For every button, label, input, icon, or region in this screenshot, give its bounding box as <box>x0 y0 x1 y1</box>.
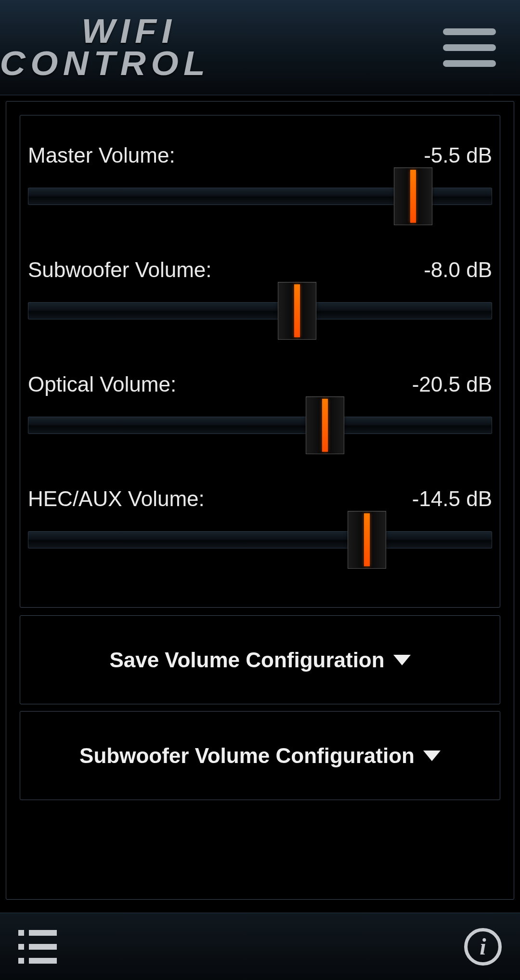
app-title-line1: WIFI <box>0 15 176 48</box>
subwoofer-volume-thumb[interactable] <box>278 282 316 340</box>
hecaux-volume-slider[interactable] <box>28 525 492 554</box>
subwoofer-volume-label: Subwoofer Volume: <box>28 258 212 282</box>
hecaux-volume-thumb[interactable] <box>348 511 386 569</box>
app-title-line2: CONTROL <box>0 48 210 80</box>
save-volume-config-button[interactable]: Save Volume Configuration <box>20 615 500 704</box>
master-volume-label: Master Volume: <box>28 143 175 167</box>
app-title: WIFI CONTROL <box>0 15 205 79</box>
master-volume-value: -5.5 dB <box>424 143 492 167</box>
master-volume-group: Master Volume: -5.5 dB <box>28 130 492 244</box>
content-area: Master Volume: -5.5 dB Subwoofer Volume:… <box>0 95 520 905</box>
subwoofer-volume-value: -8.0 dB <box>424 258 492 282</box>
chevron-down-icon <box>423 751 441 761</box>
list-icon[interactable] <box>18 930 57 964</box>
subwoofer-volume-group: Subwoofer Volume: -8.0 dB <box>28 244 492 359</box>
app-header: WIFI CONTROL <box>0 0 520 95</box>
subwoofer-volume-config-label: Subwoofer Volume Configuration <box>79 744 415 768</box>
master-volume-slider[interactable] <box>28 182 492 211</box>
main-panel: Master Volume: -5.5 dB Subwoofer Volume:… <box>6 101 514 900</box>
volume-sliders-box: Master Volume: -5.5 dB Subwoofer Volume:… <box>20 115 500 608</box>
optical-volume-value: -20.5 dB <box>412 372 492 396</box>
save-volume-config-label: Save Volume Configuration <box>109 648 384 672</box>
app-footer: i <box>0 913 520 980</box>
info-icon[interactable]: i <box>464 928 502 966</box>
optical-volume-thumb[interactable] <box>306 396 344 454</box>
info-glyph: i <box>480 935 486 958</box>
chevron-down-icon <box>393 655 411 665</box>
subwoofer-volume-config-button[interactable]: Subwoofer Volume Configuration <box>20 711 500 800</box>
optical-volume-slider[interactable] <box>28 411 492 440</box>
master-volume-thumb[interactable] <box>394 167 432 225</box>
hecaux-volume-label: HEC/AUX Volume: <box>28 487 205 511</box>
optical-volume-group: Optical Volume: -20.5 dB <box>28 359 492 473</box>
menu-icon[interactable] <box>443 28 496 67</box>
hecaux-volume-value: -14.5 dB <box>412 487 492 511</box>
hecaux-volume-group: HEC/AUX Volume: -14.5 dB <box>28 473 492 588</box>
optical-volume-label: Optical Volume: <box>28 372 176 396</box>
subwoofer-volume-slider[interactable] <box>28 296 492 325</box>
